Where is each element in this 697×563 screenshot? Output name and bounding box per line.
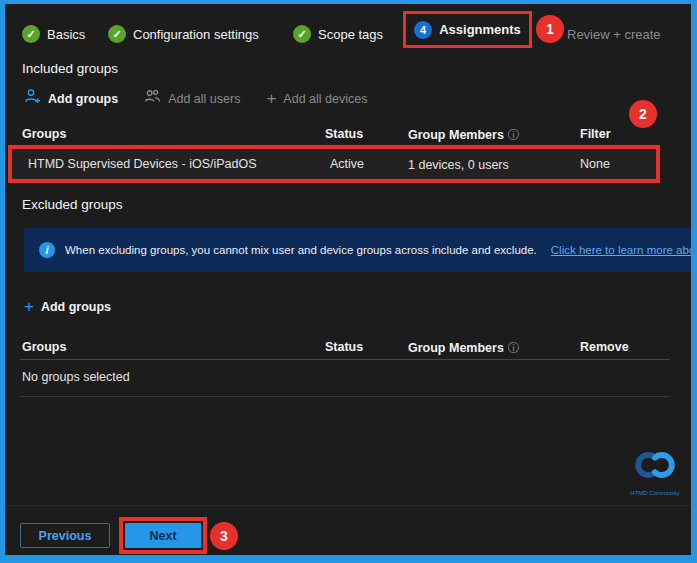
row-status: Active [330,157,364,171]
plus-icon: + [266,92,276,106]
included-col-status: Status [325,127,363,141]
included-groups-heading: Included groups [22,61,118,76]
tab-review-label: Review + create [567,27,661,42]
info-banner: i When excluding groups, you cannot mix … [24,228,691,272]
divider [20,396,670,397]
empty-groups-text: No groups selected [22,370,130,384]
tab-basics-label: Basics [47,27,85,42]
step-number-badge: 4 [414,21,432,39]
content-panel [5,4,691,555]
plus-icon: + [24,300,34,314]
excluded-add-groups-label: Add groups [41,300,111,314]
excluded-col-status: Status [325,340,363,354]
people-icon [144,88,161,109]
add-groups-label: Add groups [48,92,118,106]
included-col-filter: Filter [580,127,611,141]
banner-text: When excluding groups, you cannot mix us… [65,244,537,256]
tab-review-create[interactable]: Review + create [567,22,661,46]
annotation-step-3: 3 [210,522,238,550]
tab-assignments-label: Assignments [439,22,521,37]
tab-configuration-label: Configuration settings [133,27,259,42]
excluded-add-groups-button[interactable]: + Add groups [24,300,111,314]
previous-button[interactable]: Previous [20,523,110,548]
footer-divider [5,505,691,506]
excluded-col-groups: Groups [22,340,66,354]
tab-scope-tags[interactable]: ✓ Scope tags [293,22,383,46]
person-add-icon [24,88,41,109]
excluded-col-remove: Remove [580,340,629,354]
excluded-groups-heading: Excluded groups [22,197,123,212]
row-members: 1 devices, 0 users [408,158,509,172]
info-icon[interactable]: ⓘ [508,341,520,355]
excluded-col-members: Group Membersⓘ [408,340,520,357]
included-col-groups: Groups [22,127,66,141]
htmd-logo: HTMD Community [624,446,686,496]
divider [20,359,670,360]
info-icon[interactable]: ⓘ [508,128,520,142]
annotation-step-2: 2 [629,100,657,128]
screenshot-frame: ✓ Basics ✓ Configuration settings ✓ Scop… [0,0,697,563]
add-groups-button[interactable]: Add groups [24,88,118,109]
check-icon: ✓ [108,25,126,43]
tab-configuration-settings[interactable]: ✓ Configuration settings [108,22,259,46]
row-filter: None [580,157,610,171]
tab-assignments[interactable]: 4 Assignments [403,11,532,48]
tab-basics[interactable]: ✓ Basics [22,22,85,46]
learn-more-link[interactable]: Click here to learn more about [551,244,691,256]
row-group-name[interactable]: HTMD Supervised Devices - iOS/iPadOS [28,157,257,171]
check-icon: ✓ [22,25,40,43]
add-all-devices-button[interactable]: + Add all devices [266,92,367,106]
htmd-logo-icon [628,470,682,487]
tab-scope-label: Scope tags [318,27,383,42]
logo-caption: HTMD Community [624,490,686,496]
included-col-members: Group Membersⓘ [408,127,520,144]
next-button[interactable]: Next [125,523,201,548]
check-icon: ✓ [293,25,311,43]
info-filled-icon: i [39,242,55,258]
add-all-users-button[interactable]: Add all users [144,88,240,109]
included-toolbar: Add groups Add all users + Add all devic… [24,88,367,109]
add-all-devices-label: Add all devices [283,92,367,106]
annotation-step-1: 1 [536,15,564,43]
add-all-users-label: Add all users [168,92,240,106]
